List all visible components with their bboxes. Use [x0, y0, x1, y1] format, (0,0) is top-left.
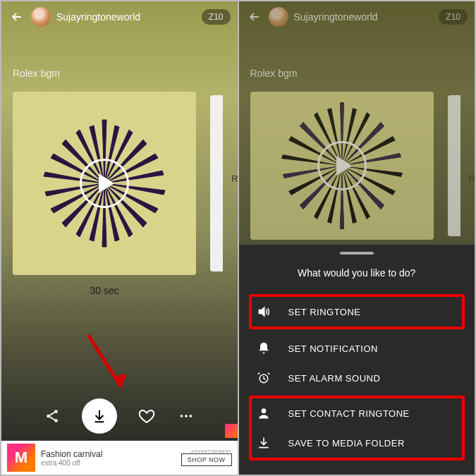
sheet-item-save[interactable]: SAVE TO MEDIA FOLDER: [252, 428, 463, 458]
svg-point-3: [181, 415, 183, 417]
bottom-sheet: What would you like to do? SET RINGTONE …: [239, 245, 475, 475]
svg-point-4: [185, 415, 188, 417]
content: Rolex bgm: [1, 68, 238, 296]
sheet-item-label: SET NOTIFICATION: [288, 343, 458, 354]
artwork-row: [250, 92, 464, 240]
actions-bar: [1, 398, 238, 434]
sheet-item-contact[interactable]: SET CONTACT RINGTONE: [252, 398, 463, 428]
next-title-peek: Ri: [231, 173, 238, 184]
sheet-item-ringtone[interactable]: SET RINGTONE: [252, 297, 463, 327]
content: Rolex bgm Ri: [239, 68, 475, 240]
ad-mini-logo[interactable]: [225, 424, 239, 438]
download-button[interactable]: [82, 398, 117, 434]
back-icon[interactable]: [8, 8, 25, 25]
sheet-item-alarm[interactable]: SET ALARM SOUND: [252, 363, 463, 393]
header-badge[interactable]: Z10: [202, 9, 231, 25]
bell-icon: [256, 341, 271, 356]
next-title-peek: Ri: [469, 173, 476, 184]
share-icon[interactable]: [42, 406, 62, 426]
ad-logo: M: [7, 444, 35, 472]
screenshot-left: Sujayringtoneworld Z10 Rolex bgm: [0, 0, 239, 476]
back-icon[interactable]: [246, 8, 263, 25]
more-icon[interactable]: [176, 406, 196, 426]
avatar[interactable]: [31, 7, 51, 27]
sheet-title: What would you like to do?: [252, 267, 463, 279]
ad-banner[interactable]: M Fashion carnival extra 400 off ADVERTI…: [1, 441, 238, 475]
play-icon: [317, 141, 367, 190]
sheet-item-label: SAVE TO MEDIA FOLDER: [288, 438, 458, 448]
sheet-item-label: SET CONTACT RINGTONE: [288, 408, 458, 419]
username[interactable]: Sujayringtoneworld: [56, 11, 140, 23]
ad-subtitle: extra 400 off: [41, 459, 176, 467]
next-card-peek: [448, 92, 460, 236]
track-title: Rolex bgm: [13, 68, 226, 79]
next-card-peek[interactable]: [210, 92, 223, 271]
ad-title: Fashion carnival: [41, 449, 176, 459]
artwork-row: [13, 92, 226, 275]
header: Sujayringtoneworld Z10: [1, 1, 238, 32]
sheet-item-label: SET RINGTONE: [288, 307, 458, 317]
sheet-item-label: SET ALARM SOUND: [288, 373, 458, 384]
heart-icon[interactable]: [137, 406, 157, 426]
sheet-item-notification[interactable]: SET NOTIFICATION: [252, 334, 463, 363]
person-icon: [256, 405, 271, 421]
highlight-box: SET RINGTONE: [249, 294, 465, 329]
artwork: [250, 92, 434, 240]
screenshot-right: Sujayringtoneworld Z10 Rolex bgm Ri: [239, 0, 477, 476]
svg-point-5: [190, 415, 193, 417]
sheet-handle[interactable]: [340, 252, 374, 255]
header: Sujayringtoneworld Z10: [239, 1, 475, 32]
alarm-icon: [256, 370, 271, 386]
play-icon[interactable]: [80, 159, 129, 208]
download-icon: [256, 435, 271, 451]
highlight-box: SET CONTACT RINGTONE SAVE TO MEDIA FOLDE…: [249, 396, 465, 460]
avatar[interactable]: [269, 7, 288, 27]
header-badge[interactable]: Z10: [439, 9, 468, 25]
volume-icon: [256, 304, 271, 319]
ad-shop-button[interactable]: SHOP NOW: [181, 453, 232, 466]
svg-point-7: [261, 408, 266, 413]
track-title: Rolex bgm: [250, 68, 464, 79]
username[interactable]: Sujayringtoneworld: [294, 11, 378, 23]
artwork[interactable]: [13, 92, 196, 275]
duration: 30 sec: [13, 285, 196, 296]
